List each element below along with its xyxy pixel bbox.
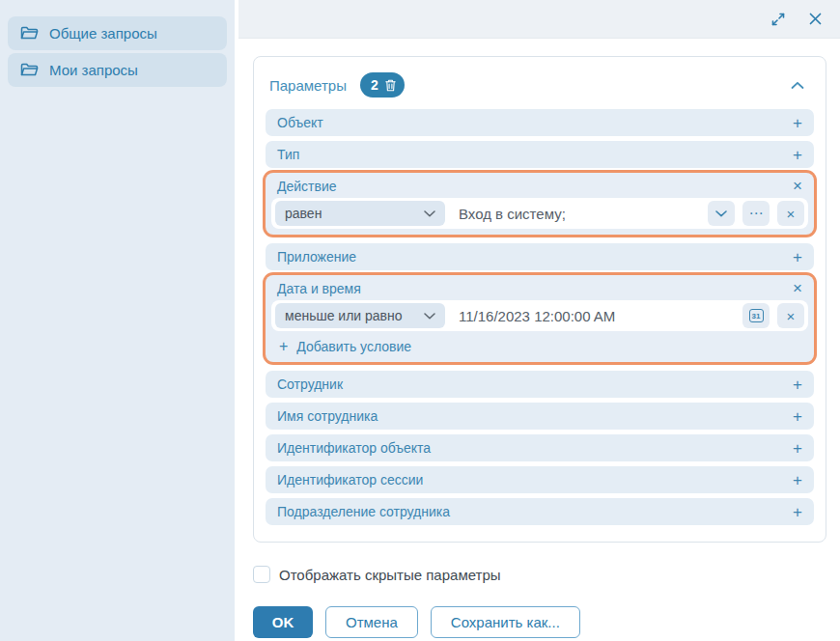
- param-label: Подразделение сотрудника: [277, 504, 450, 519]
- dialog-topbar: [238, 0, 840, 39]
- cancel-button[interactable]: Отмена: [325, 606, 418, 638]
- clear-value-button[interactable]: ×: [777, 201, 804, 226]
- param-row-employee[interactable]: Сотрудник +: [266, 371, 814, 398]
- action-operator-select[interactable]: равен: [275, 201, 445, 226]
- sidebar-item-label: Мои запросы: [49, 62, 138, 78]
- datetime-operator-select[interactable]: меньше или равно: [275, 303, 445, 328]
- remove-icon[interactable]: ×: [793, 178, 802, 194]
- clear-parameters-button[interactable]: 2: [360, 72, 405, 98]
- operator-value: меньше или равно: [285, 308, 403, 323]
- remove-icon[interactable]: ×: [793, 280, 802, 296]
- param-label: Дата и время: [277, 281, 361, 296]
- calendar-button[interactable]: 31: [742, 303, 770, 328]
- parameter-count-badge: 2: [371, 77, 378, 93]
- action-dropdown-button[interactable]: [708, 201, 735, 226]
- clear-value-button[interactable]: ×: [777, 303, 804, 328]
- save-as-button[interactable]: Сохранить как...: [431, 606, 580, 638]
- param-section-action-header: Действие ×: [266, 173, 814, 198]
- folder-icon: [20, 63, 39, 77]
- parameters-panel: Параметры 2: [253, 56, 826, 543]
- operator-value: равен: [285, 206, 322, 221]
- param-section-datetime: Дата и время × меньше или равно 11/16/20…: [266, 275, 814, 362]
- param-row-session-id[interactable]: Идентификатор сессии +: [266, 466, 814, 493]
- add-icon[interactable]: +: [793, 147, 802, 163]
- action-condition-row: равен Вход в систему; ⋯: [271, 198, 808, 229]
- chevron-up-icon[interactable]: [785, 79, 810, 92]
- param-row-object[interactable]: Объект +: [266, 109, 814, 136]
- trash-icon: [385, 79, 396, 92]
- ok-button[interactable]: OK: [253, 606, 313, 638]
- add-icon[interactable]: +: [793, 504, 802, 520]
- add-icon[interactable]: +: [793, 408, 802, 425]
- param-label: Объект: [277, 115, 323, 130]
- param-label: Действие: [277, 179, 337, 194]
- plus-icon: +: [279, 339, 288, 354]
- param-label: Сотрудник: [277, 376, 343, 392]
- app-window: Общие запросы Мои запросы: [0, 0, 840, 641]
- param-label: Имя сотрудника: [277, 408, 378, 424]
- add-icon[interactable]: +: [793, 115, 802, 131]
- add-icon[interactable]: +: [793, 472, 802, 488]
- param-row-application[interactable]: Приложение +: [266, 243, 814, 270]
- param-label: Идентификатор объекта: [277, 440, 431, 456]
- param-label: Идентификатор сессии: [277, 472, 423, 488]
- sidebar-item-common-queries[interactable]: Общие запросы: [8, 16, 227, 50]
- param-section-datetime-header: Дата и время ×: [266, 275, 814, 300]
- dialog-buttons: OK Отмена Сохранить как...: [253, 606, 840, 638]
- chevron-down-icon: [424, 313, 435, 320]
- add-icon[interactable]: +: [793, 376, 802, 393]
- show-hidden-params-checkbox[interactable]: [253, 566, 270, 583]
- param-row-object-id[interactable]: Идентификатор объекта +: [266, 434, 814, 461]
- add-condition-label: Добавить условие: [296, 339, 411, 354]
- expand-icon[interactable]: [770, 11, 787, 28]
- param-label: Тип: [277, 147, 299, 162]
- close-icon[interactable]: [808, 12, 823, 26]
- parameters-panel-header: Параметры 2: [266, 65, 814, 109]
- add-condition-link[interactable]: + Добавить условие: [266, 331, 814, 356]
- chevron-down-icon: [424, 210, 435, 217]
- panel-title: Параметры: [269, 77, 347, 94]
- calendar-icon: 31: [749, 309, 764, 322]
- datetime-value-field[interactable]: 11/16/2023 12:00:00 AM: [453, 308, 735, 324]
- param-row-type[interactable]: Тип +: [266, 141, 814, 168]
- param-label: Приложение: [277, 249, 356, 265]
- dialog-main: Параметры 2: [235, 0, 840, 641]
- param-row-employee-department[interactable]: Подразделение сотрудника +: [266, 498, 814, 525]
- folder-icon: [20, 26, 39, 41]
- sidebar-item-my-queries[interactable]: Мои запросы: [8, 53, 227, 87]
- show-hidden-params-label: Отображать скрытые параметры: [279, 567, 501, 583]
- datetime-condition-row: меньше или равно 11/16/2023 12:00:00 AM …: [271, 300, 808, 331]
- param-section-action: Действие × равен Вход в систему;: [266, 173, 814, 235]
- add-icon[interactable]: +: [793, 440, 802, 457]
- sidebar: Общие запросы Мои запросы: [0, 0, 235, 641]
- more-options-button[interactable]: ⋯: [742, 201, 770, 226]
- dialog-footer: Отображать скрытые параметры OK Отмена С…: [235, 543, 840, 638]
- add-icon[interactable]: +: [793, 249, 802, 265]
- action-value-field[interactable]: Вход в систему;: [453, 206, 700, 222]
- param-row-employee-name[interactable]: Имя сотрудника +: [266, 403, 814, 430]
- show-hidden-params-row: Отображать скрытые параметры: [253, 566, 840, 583]
- sidebar-item-label: Общие запросы: [49, 25, 157, 42]
